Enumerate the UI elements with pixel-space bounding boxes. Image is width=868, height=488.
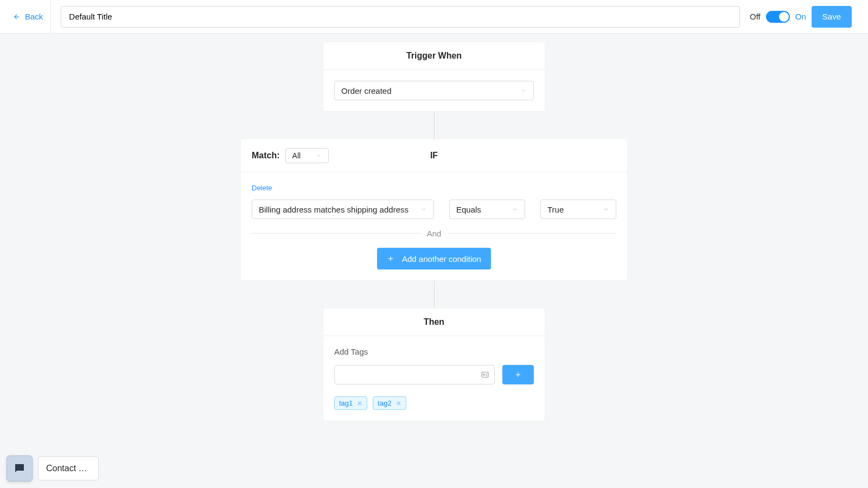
match-value: All [292,151,301,160]
tags-list: tag1 ✕ tag2 ✕ [334,396,534,410]
trigger-event-select[interactable]: Order created [334,81,534,100]
chat-launcher[interactable] [7,455,33,481]
arrow-left-icon [13,13,21,21]
tag-item: tag2 ✕ [373,396,406,410]
add-tag-button[interactable] [502,365,534,384]
trigger-event-value: Order created [341,86,392,95]
save-button[interactable]: Save [812,6,852,28]
workflow-canvas: Trigger When Order created Match: All IF [0,34,868,442]
tag-item: tag1 ✕ [334,396,367,410]
tag-text: tag2 [378,399,391,407]
trigger-card: Trigger When Order created [323,42,545,111]
tag-input[interactable] [334,365,495,384]
back-button[interactable]: Back [5,0,51,33]
chevron-down-icon [603,206,609,213]
chevron-down-icon [512,206,518,213]
if-header: Match: All IF [241,139,627,172]
condition-operator-value: Equals [456,205,481,214]
match-select[interactable]: All [285,148,329,163]
chat-label[interactable]: Contact … [38,457,99,480]
add-tags-label: Add Tags [334,347,534,356]
delete-condition-link[interactable]: Delete [252,184,272,192]
plus-icon [387,255,394,262]
and-divider: And [252,229,616,238]
tag-text: tag1 [339,399,353,407]
svg-point-3 [483,374,485,376]
add-condition-label: Add another condition [402,254,481,264]
close-icon[interactable]: ✕ [396,400,401,407]
then-card: Then Add Tags tag1 ✕ [323,309,545,421]
condition-row: Billing address matches shipping address… [252,200,616,219]
condition-operator-select[interactable]: Equals [449,200,525,219]
rule-title-input[interactable] [61,6,740,28]
if-card: Match: All IF Delete Billing address mat… [241,139,627,280]
and-label: And [420,229,448,238]
switch-on-label: On [795,12,806,21]
if-title: IF [430,151,438,160]
switch-off-label: Off [750,12,761,21]
connector-line [434,280,435,309]
trigger-title: Trigger When [323,42,545,70]
connector-line [434,111,435,139]
condition-value-text: True [547,205,564,214]
condition-value-select[interactable]: True [540,200,616,219]
match-label: Match: [252,151,280,160]
id-card-icon [481,370,489,379]
chat-widget: Contact … [7,455,99,481]
tag-input-row [334,365,534,384]
plus-icon [514,371,522,378]
close-icon[interactable]: ✕ [357,400,362,407]
header-controls: Off On Save [750,6,863,28]
add-condition-button[interactable]: Add another condition [377,248,491,269]
then-title: Then [323,309,545,336]
app-header: Back Off On Save [0,0,868,34]
back-label: Back [25,12,43,21]
condition-field-select[interactable]: Billing address matches shipping address [252,200,434,219]
enabled-toggle[interactable] [766,11,790,23]
chat-icon [13,462,26,475]
chevron-down-icon [420,206,427,213]
chevron-down-icon [520,87,527,94]
condition-field-value: Billing address matches shipping address [259,205,409,214]
chevron-down-icon [316,153,322,158]
